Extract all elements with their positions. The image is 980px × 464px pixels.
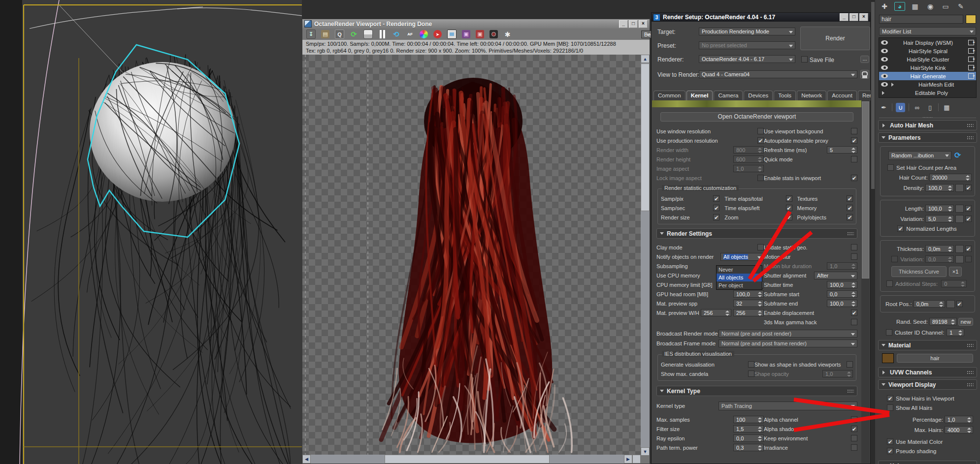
hscroll-thumb[interactable] bbox=[385, 455, 550, 464]
subframe-end-spinner[interactable]: 100,0 bbox=[827, 300, 857, 307]
render-passes-icon[interactable]: ▣ bbox=[462, 30, 470, 38]
open-octane-viewport-button[interactable]: Open OctaneRender viewport bbox=[660, 112, 853, 122]
vertical-scrollbar[interactable]: ▲ ▼ bbox=[641, 55, 650, 456]
path-term-power-spinner[interactable]: 0,3 bbox=[733, 444, 764, 451]
visibility-eye-icon[interactable] bbox=[881, 49, 888, 53]
percentage-spinner[interactable]: 1,0 bbox=[945, 416, 973, 423]
popup-item-never[interactable]: Never bbox=[717, 266, 762, 274]
update-static-geo-checkbox[interactable] bbox=[851, 244, 857, 250]
visibility-eye-icon[interactable] bbox=[881, 65, 888, 70]
variation-spinner[interactable]: 0,0 bbox=[925, 255, 954, 263]
modifier-hairstyle-cluster[interactable]: HairStyle Cluster bbox=[879, 55, 976, 63]
renderer-dropdown[interactable]: OctaneRender 4.04 - 6.17 bbox=[699, 55, 795, 63]
auto-hair-mesh-rollout[interactable]: Auto Hair Mesh bbox=[878, 120, 977, 130]
hierarchy-tab-icon[interactable]: ▦ bbox=[910, 2, 920, 11]
thickness-checkbox[interactable] bbox=[965, 246, 972, 252]
broadcast-frame-dropdown[interactable]: Normal (pre and post frame render) bbox=[719, 340, 857, 347]
additional-steps-checkbox[interactable] bbox=[886, 280, 893, 287]
tab-account[interactable]: Account bbox=[827, 91, 857, 100]
poly-objects-checkbox[interactable] bbox=[847, 214, 853, 220]
use-material-color-checkbox[interactable] bbox=[887, 438, 893, 445]
modifier-hair-generate[interactable]: Hair Generate bbox=[879, 72, 976, 80]
alpha-channel-checkbox[interactable] bbox=[851, 416, 857, 423]
subframe-start-spinner[interactable]: 0,0 bbox=[827, 290, 857, 298]
animate-button[interactable] bbox=[955, 255, 964, 263]
max-viewport[interactable] bbox=[0, 0, 302, 464]
notify-objects-on-render-dropdown[interactable]: All objects bbox=[720, 253, 764, 261]
visibility-eye-icon[interactable] bbox=[881, 57, 888, 62]
quicksave-icon[interactable]: Q bbox=[335, 30, 344, 39]
use-window-resolution-checkbox[interactable] bbox=[757, 128, 764, 134]
kernel-type-dropdown[interactable]: Path Tracing bbox=[719, 402, 857, 410]
variation-checkbox[interactable] bbox=[965, 256, 972, 262]
make-unique-icon[interactable]: ∞ bbox=[913, 103, 922, 112]
image-aspect-spinner[interactable]: 1,0 bbox=[733, 165, 764, 172]
time-elaps-left-checkbox[interactable] bbox=[786, 205, 792, 211]
render-setup-title-bar[interactable]: 3 Render Setup: OctaneRender 4.04 - 6.17… bbox=[652, 13, 870, 22]
animate-button[interactable] bbox=[947, 300, 955, 308]
length-checkbox[interactable] bbox=[965, 205, 972, 212]
times-one-button[interactable]: ×1 bbox=[949, 267, 962, 277]
visibility-eye-icon[interactable] bbox=[881, 82, 888, 87]
autofocus-icon[interactable]: AF bbox=[406, 30, 414, 38]
rand-seed-spinner[interactable]: 89198 bbox=[929, 318, 957, 325]
lock-image-aspect-checkbox[interactable] bbox=[757, 175, 764, 181]
ray-epsilon-spinner[interactable]: 0,0 bbox=[733, 434, 764, 442]
pass-through-icon[interactable] bbox=[968, 48, 974, 54]
enable-displacement-checkbox[interactable] bbox=[851, 309, 857, 316]
shape-opacity-spinner[interactable]: 1,0 bbox=[822, 370, 853, 377]
samp-sec-checkbox[interactable] bbox=[713, 205, 719, 211]
visibility-eye-icon[interactable] bbox=[881, 40, 888, 45]
horizontal-scrollbar[interactable]: ◀ ▶ bbox=[302, 455, 641, 464]
length-spinner[interactable]: 100,0 bbox=[925, 205, 954, 212]
distribution-dropdown[interactable]: Random ...ibution bbox=[888, 151, 951, 160]
minimize-icon[interactable]: _ bbox=[619, 20, 628, 28]
clipboard-icon[interactable]: ▤ bbox=[321, 30, 329, 38]
camera-icon[interactable] bbox=[490, 30, 498, 38]
restart-icon[interactable]: ⟲ bbox=[392, 30, 400, 38]
generate-visualisation-checkbox[interactable] bbox=[748, 361, 754, 368]
tab-kernel[interactable]: Kernel bbox=[686, 91, 713, 100]
configure-modifier-sets-icon[interactable]: ▦ bbox=[942, 103, 951, 112]
render-button[interactable]: Render bbox=[800, 27, 870, 50]
normalized-lengths-checkbox[interactable] bbox=[897, 225, 904, 232]
refresh-time-ms-spinner[interactable]: 5 bbox=[827, 146, 857, 154]
clay-mode-checkbox[interactable] bbox=[757, 244, 764, 250]
regenerate-icon[interactable]: ⟳ bbox=[954, 151, 961, 160]
pass-through-icon[interactable] bbox=[968, 73, 974, 79]
shutter-time-spinner[interactable]: 100,0 bbox=[827, 281, 857, 288]
render-size-checkbox[interactable] bbox=[713, 214, 719, 220]
render-layers-icon[interactable]: ▣ bbox=[476, 30, 484, 38]
show-end-result-icon[interactable]: ∪ bbox=[896, 103, 905, 112]
resize-corner[interactable] bbox=[632, 455, 641, 464]
modifier-hair-display-wsm[interactable]: Hair Display (WSM) bbox=[879, 38, 976, 47]
use-viewport-backgound-checkbox[interactable] bbox=[851, 128, 857, 134]
textures-checkbox[interactable] bbox=[847, 195, 853, 202]
scroll-up-icon[interactable]: ▲ bbox=[641, 55, 650, 63]
lock-resolution-icon[interactable] bbox=[363, 30, 373, 39]
show-max-candela-checkbox[interactable] bbox=[748, 371, 754, 377]
save-file-checkbox[interactable] bbox=[801, 56, 808, 62]
material-button[interactable]: hair bbox=[897, 354, 973, 363]
animate-button[interactable] bbox=[955, 245, 964, 253]
vscroll-thumb[interactable] bbox=[641, 63, 650, 211]
show-hairs-in-viewport-checkbox[interactable] bbox=[887, 395, 893, 402]
tab-network[interactable]: Network bbox=[797, 91, 826, 100]
maximize-icon[interactable]: □ bbox=[629, 20, 638, 28]
close-icon[interactable]: × bbox=[639, 20, 648, 28]
max-hairs-spinner[interactable]: 4000 bbox=[945, 426, 973, 433]
mat-preview-w-h-spinner[interactable]: 256 bbox=[701, 309, 731, 316]
maximize-icon[interactable]: □ bbox=[849, 13, 858, 21]
tab-camera[interactable]: Camera bbox=[714, 91, 743, 100]
variation-spinner[interactable]: 5,0 bbox=[925, 215, 954, 222]
material-color-swatch[interactable] bbox=[882, 353, 894, 363]
mat-preview-w-h-spinner-2[interactable]: 256 bbox=[733, 309, 764, 316]
dialog-scrollbar[interactable] bbox=[861, 100, 870, 463]
cluster-id-checkbox[interactable] bbox=[886, 329, 892, 336]
tab-tools[interactable]: Tools bbox=[774, 91, 796, 100]
pass-through-icon[interactable] bbox=[968, 57, 974, 62]
modifier-hairstyle-spiral[interactable]: HairStyle Spiral bbox=[879, 47, 976, 55]
filter-size-spinner[interactable]: 1,5 bbox=[733, 425, 764, 433]
refresh-icon[interactable]: ⟳ bbox=[350, 30, 358, 38]
lock-view-icon[interactable] bbox=[860, 70, 869, 79]
